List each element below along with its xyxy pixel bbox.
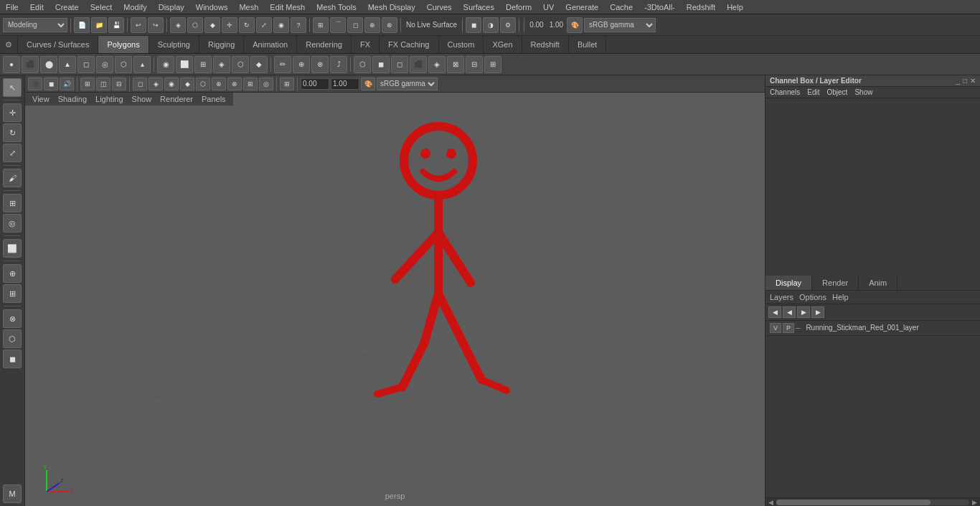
- shelf-box1[interactable]: ⬡: [354, 56, 371, 73]
- vp-shade1-button[interactable]: ◻: [133, 78, 147, 90]
- shelf-sphere[interactable]: ●: [3, 56, 20, 73]
- tab-bullet[interactable]: Bullet: [569, 36, 607, 53]
- shelf-plane[interactable]: ◻: [77, 56, 95, 73]
- vp-shade4-button[interactable]: ◆: [180, 78, 194, 90]
- shelf-obj4[interactable]: ⬡: [232, 56, 249, 73]
- shelf-box7[interactable]: ⊟: [466, 56, 483, 73]
- snap-to-grid[interactable]: ⊞: [313, 17, 329, 33]
- vp-shade7-button[interactable]: ⊗: [227, 78, 242, 90]
- vp-shade9-button[interactable]: ◎: [259, 78, 273, 90]
- layer-next-button[interactable]: ▶: [797, 306, 810, 318]
- show-menu[interactable]: Show: [854, 88, 872, 96]
- tool4-button[interactable]: ⬡: [3, 329, 22, 348]
- channel-box-minimize[interactable]: _: [956, 77, 960, 85]
- paint-tool-button[interactable]: ◆: [204, 17, 220, 33]
- menu-cache[interactable]: Cache: [604, 1, 639, 13]
- snap-to-curve[interactable]: ⌒: [330, 17, 346, 33]
- shelf-box5[interactable]: ◈: [428, 56, 446, 73]
- layer-v-button[interactable]: V: [770, 323, 781, 333]
- scroll-right-arrow[interactable]: ▶: [972, 499, 977, 506]
- save-file-button[interactable]: 💾: [108, 17, 124, 33]
- shelf-extrude[interactable]: ⤴: [330, 56, 347, 73]
- open-file-button[interactable]: 📁: [91, 17, 107, 33]
- vp-shade5-button[interactable]: ⬡: [196, 78, 210, 90]
- tab-custom[interactable]: Custom: [439, 36, 484, 53]
- new-file-button[interactable]: 📄: [74, 17, 90, 33]
- snap-to-surface[interactable]: ◻: [347, 17, 363, 33]
- menu-windows[interactable]: Windows: [190, 1, 234, 13]
- brush-button[interactable]: 🖌: [3, 169, 22, 187]
- scroll-left-arrow[interactable]: ◀: [768, 499, 773, 506]
- subtab-options[interactable]: Options: [799, 293, 826, 301]
- viewport-canvas[interactable]: View Shading Lighting Show Renderer Pane…: [25, 93, 765, 506]
- vp-layout3-button[interactable]: ⊟: [112, 78, 126, 90]
- render-settings-button[interactable]: ⚙: [500, 17, 516, 33]
- channel-box-close[interactable]: ✕: [970, 77, 976, 85]
- menu-deform[interactable]: Deform: [500, 1, 537, 13]
- shelf-obj3[interactable]: ◈: [213, 56, 230, 73]
- menu-file[interactable]: File: [0, 1, 24, 13]
- maya-logo-button[interactable]: M: [3, 484, 22, 503]
- color-space-icon[interactable]: 🎨: [567, 17, 583, 33]
- redo-button[interactable]: ↪: [148, 17, 164, 33]
- vp-layout-button[interactable]: ⊞: [80, 78, 95, 90]
- move-tool-button[interactable]: ✛: [222, 17, 237, 33]
- tab-fx-caching[interactable]: FX Caching: [380, 36, 438, 53]
- tab-animation[interactable]: Animation: [244, 36, 297, 53]
- vp-camera-button[interactable]: 🎥: [28, 78, 42, 90]
- menu-surfaces[interactable]: Surfaces: [458, 1, 500, 13]
- shelf-box2[interactable]: ◼: [372, 56, 390, 73]
- layer-prev-button[interactable]: ◀: [783, 306, 796, 318]
- viewport[interactable]: 🎥 ◼ 🔊 ⊞ ◫ ⊟ ◻ ◈ ◉ ◆ ⬡ ⊕ ⊗ ⊞ ◎ ⊞ 🎨 sRGB g…: [25, 75, 765, 506]
- shelf-torus2[interactable]: ◉: [157, 56, 174, 73]
- vp-transform-input[interactable]: [301, 78, 329, 90]
- layer-item[interactable]: V P ─ Running_Stickman_Red_001_layer: [765, 321, 980, 336]
- channels-menu[interactable]: Channels: [770, 88, 800, 96]
- shelf-prism[interactable]: ⬡: [115, 56, 132, 73]
- menu-edit[interactable]: Edit: [24, 1, 50, 13]
- subtab-layers[interactable]: Layers: [770, 293, 793, 301]
- shelf-cube2[interactable]: ⬜: [176, 56, 193, 73]
- tab-sculpting[interactable]: Sculpting: [149, 36, 199, 53]
- tab-gear-icon[interactable]: ⚙: [0, 36, 18, 53]
- rp-tab-display[interactable]: Display: [765, 276, 812, 290]
- object-menu[interactable]: Object: [827, 88, 848, 96]
- menu-create[interactable]: Create: [50, 1, 85, 13]
- tab-redshift[interactable]: Redshift: [522, 36, 569, 53]
- universal-tool-button[interactable]: ◉: [273, 17, 289, 33]
- rotate-tool-button[interactable]: ↻: [239, 17, 255, 33]
- tab-rigging[interactable]: Rigging: [199, 36, 244, 53]
- menu-help[interactable]: Help: [721, 1, 749, 13]
- edit-menu[interactable]: Edit: [807, 88, 819, 96]
- shelf-pyramid[interactable]: ▴: [133, 56, 151, 73]
- menu-generate[interactable]: Generate: [560, 1, 604, 13]
- shelf-cone[interactable]: ▲: [59, 56, 76, 73]
- shelf-obj5[interactable]: ◆: [250, 56, 268, 73]
- tab-xgen[interactable]: XGen: [484, 36, 522, 53]
- undo-button[interactable]: ↩: [131, 17, 146, 33]
- menu-3dtall[interactable]: -3DtoAll-: [639, 1, 681, 13]
- menu-mesh-tools[interactable]: Mesh Tools: [311, 1, 362, 13]
- tab-polygons[interactable]: Polygons: [98, 36, 149, 53]
- scale-mode-button[interactable]: ⤢: [3, 144, 22, 162]
- vp-shade2-button[interactable]: ◈: [149, 78, 163, 90]
- shelf-box6[interactable]: ⊠: [447, 56, 464, 73]
- channel-box-maximize[interactable]: □: [963, 77, 967, 85]
- rotate-mode-button[interactable]: ↻: [3, 123, 22, 142]
- menu-edit-mesh[interactable]: Edit Mesh: [264, 1, 311, 13]
- shelf-combine[interactable]: ⊕: [293, 56, 310, 73]
- layer-end-button[interactable]: ▶: [811, 306, 824, 318]
- tool2-button[interactable]: ⊞: [3, 284, 22, 303]
- shelf-pen[interactable]: ✏: [274, 56, 291, 73]
- menu-redshift[interactable]: Redshift: [681, 1, 721, 13]
- select-mode-button[interactable]: ↖: [3, 78, 22, 97]
- shelf-cube[interactable]: ⬛: [22, 56, 39, 73]
- menu-display[interactable]: Display: [153, 1, 190, 13]
- scroll-track[interactable]: [776, 500, 969, 505]
- tool1-button[interactable]: ⊕: [3, 264, 22, 283]
- tool3-button[interactable]: ⊗: [3, 309, 22, 328]
- soft-select-button[interactable]: ◎: [3, 214, 22, 233]
- shelf-cylinder[interactable]: ⬤: [40, 56, 57, 73]
- move-mode-button[interactable]: ✛: [3, 103, 22, 122]
- ipr-button[interactable]: ◑: [483, 17, 499, 33]
